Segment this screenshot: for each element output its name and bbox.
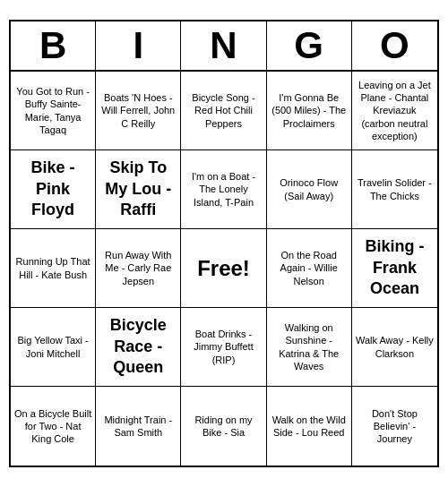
bingo-cell-3[interactable]: I'm Gonna Be (500 Miles) - The Proclaime… (267, 72, 352, 150)
bingo-cell-17[interactable]: Boat Drinks - Jimmy Buffett (RIP) (181, 308, 266, 387)
bingo-cell-24[interactable]: Don't Stop Believin' - Journey (352, 387, 437, 466)
bingo-header: BINGO (11, 21, 437, 72)
bingo-cell-10[interactable]: Running Up That Hill - Kate Bush (11, 229, 96, 308)
header-letter-n: N (181, 21, 266, 70)
bingo-cell-0[interactable]: You Got to Run - Buffy Sainte-Marie, Tan… (11, 72, 96, 150)
bingo-cell-18[interactable]: Walking on Sunshine - Katrina & The Wave… (267, 308, 352, 387)
bingo-cell-8[interactable]: Orinoco Flow (Sail Away) (267, 150, 352, 229)
bingo-cell-20[interactable]: On a Bicycle Built for Two - Nat King Co… (11, 387, 96, 466)
bingo-cell-16[interactable]: Bicycle Race - Queen (96, 308, 181, 387)
bingo-cell-23[interactable]: Walk on the Wild Side - Lou Reed (267, 387, 352, 466)
bingo-cell-5[interactable]: Bike - Pink Floyd (11, 150, 96, 229)
bingo-cell-1[interactable]: Boats 'N Hoes - Will Ferrell, John C Rei… (96, 72, 181, 150)
bingo-cell-14[interactable]: Biking - Frank Ocean (352, 229, 437, 308)
bingo-grid: You Got to Run - Buffy Sainte-Marie, Tan… (11, 72, 437, 466)
bingo-cell-11[interactable]: Run Away With Me - Carly Rae Jepsen (96, 229, 181, 308)
bingo-cell-12[interactable]: Free! (181, 229, 266, 308)
bingo-cell-13[interactable]: On the Road Again - Willie Nelson (267, 229, 352, 308)
bingo-cell-15[interactable]: Big Yellow Taxi - Joni Mitchell (11, 308, 96, 387)
header-letter-b: B (11, 21, 96, 70)
bingo-cell-2[interactable]: Bicycle Song - Red Hot Chili Peppers (181, 72, 266, 150)
bingo-cell-9[interactable]: Travelin Solider - The Chicks (352, 150, 437, 229)
bingo-card: BINGO You Got to Run - Buffy Sainte-Mari… (9, 20, 439, 467)
bingo-cell-4[interactable]: Leaving on a Jet Plane - Chantal Kreviaz… (352, 72, 437, 150)
header-letter-g: G (267, 21, 352, 70)
header-letter-i: I (96, 21, 181, 70)
header-letter-o: O (352, 21, 437, 70)
bingo-cell-22[interactable]: Riding on my Bike - Sia (181, 387, 266, 466)
bingo-cell-6[interactable]: Skip To My Lou - Raffi (96, 150, 181, 229)
bingo-cell-21[interactable]: Midnight Train - Sam Smith (96, 387, 181, 466)
bingo-cell-7[interactable]: I'm on a Boat - The Lonely Island, T-Pai… (181, 150, 266, 229)
bingo-cell-19[interactable]: Walk Away - Kelly Clarkson (352, 308, 437, 387)
